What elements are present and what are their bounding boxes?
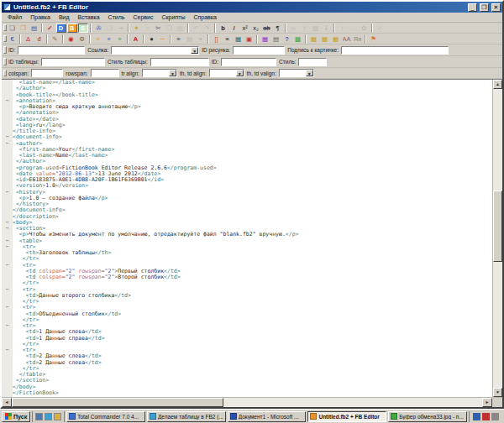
scroll-down-icon[interactable]: ▼ <box>493 388 502 397</box>
lines-icon[interactable]: ≡ <box>223 34 233 44</box>
fold-marker-icon[interactable]: − <box>2 244 13 250</box>
vertical-scrollbar[interactable]: ▲ ▼ <box>492 80 502 397</box>
thtd-valign-combo[interactable]: ▼ <box>279 69 314 77</box>
image-icon[interactable]: ▩ <box>293 34 303 44</box>
source-code-area[interactable]: <last-name></last-name> </author> <book-… <box>2 80 492 397</box>
rowspan-input[interactable] <box>91 69 119 77</box>
quick-launch-desktop-icon[interactable] <box>35 413 43 420</box>
fold-marker-icon[interactable]: − <box>2 226 13 232</box>
insert-link-icon[interactable]: ∞ <box>289 24 299 33</box>
pencil-icon[interactable]: ✎ <box>50 34 60 44</box>
source-line[interactable]: <p>Чтобы изменить документ по умолчанию,… <box>2 232 492 238</box>
source-line[interactable]: <version>1.0</version> <box>2 183 492 189</box>
table-id-input[interactable] <box>41 58 105 66</box>
horizontal-scroll-thumb[interactable] <box>12 398 223 407</box>
body-mode-button[interactable]: B <box>67 24 77 33</box>
task-button[interactable]: Документ1 - Microsoft ... <box>228 411 307 422</box>
search-icon[interactable]: ○ <box>143 24 153 33</box>
tag-blue-icon[interactable]: « <box>104 34 114 44</box>
bullet-icon[interactable]: ● <box>147 34 157 44</box>
source-mode-button[interactable]: S <box>78 24 88 33</box>
table-style-input[interactable] <box>150 58 209 66</box>
cite-icon[interactable]: [] <box>212 34 222 44</box>
target-icon[interactable]: ◉ <box>66 34 76 44</box>
spellcheck-icon[interactable]: ✓ <box>375 24 386 33</box>
menu-item-1[interactable]: Правка <box>26 14 55 20</box>
source-line[interactable]: <p>1.0 — создание файла</p> <box>2 196 492 201</box>
new-file-icon[interactable]: ❏ <box>8 24 18 33</box>
language-icon[interactable]: Яя <box>353 34 363 44</box>
source-line[interactable]: </FictionBook> <box>2 390 492 396</box>
chevron-down-icon[interactable]: ▼ <box>191 47 198 54</box>
source-line[interactable]: </tr> <box>2 317 492 323</box>
chevron-down-icon[interactable]: ▼ <box>236 70 244 76</box>
superscript-icon[interactable]: x² <box>240 24 250 33</box>
font-color-icon[interactable]: A <box>131 34 141 44</box>
list-icon[interactable]: ≡ <box>174 34 184 44</box>
source-line[interactable]: −<document-info> <box>2 134 492 140</box>
titlebar[interactable]: Untitled.fb2 + FB Editor _ ❐ ✕ <box>2 2 502 13</box>
insert-footnote-icon[interactable]: † <box>300 24 310 33</box>
menu-item-7[interactable]: Справка <box>189 14 220 20</box>
source-line[interactable]: <date></date> <box>2 117 492 123</box>
scroll-left-icon[interactable]: ◄ <box>2 398 12 407</box>
task-button[interactable]: Total Commander 7.0 4... <box>66 411 145 422</box>
fold-marker-icon[interactable]: − <box>2 323 13 329</box>
fold-marker-icon[interactable]: − <box>2 287 13 293</box>
source-line[interactable]: </body> <box>2 384 492 390</box>
menu-item-2[interactable]: Вид <box>55 14 74 20</box>
style-input[interactable] <box>298 58 327 66</box>
source-line[interactable]: </history> <box>2 201 492 207</box>
page-copy-icon[interactable]: ❏ <box>105 24 115 33</box>
source-line[interactable]: <td colspan="2" rowspan="2">Второй столб… <box>2 274 492 280</box>
validate-icon[interactable]: ✓ <box>45 24 55 33</box>
tr-align-combo[interactable]: ▼ <box>142 69 177 77</box>
euro-icon[interactable]: € <box>8 34 18 44</box>
subscript-icon[interactable]: x₂ <box>251 24 261 33</box>
source-line[interactable]: </table> <box>2 372 492 378</box>
keys-icon[interactable]: ✦ <box>132 24 142 33</box>
scroll-up-icon[interactable]: ▲ <box>493 80 502 89</box>
close-button[interactable]: ✕ <box>491 3 501 12</box>
copy-icon[interactable]: ❐ <box>165 24 175 33</box>
palette-icon[interactable]: ▦ <box>260 34 270 44</box>
source-line[interactable]: </section> <box>2 378 492 384</box>
menu-item-3[interactable]: Вставка <box>74 14 104 20</box>
cut-icon[interactable]: ✂ <box>154 24 164 33</box>
sort-icon[interactable]: ↕ <box>338 24 348 33</box>
colspan-input[interactable] <box>31 69 63 77</box>
source-line[interactable]: </annotation> <box>2 110 492 116</box>
task-button[interactable]: Буфер обмена33.jpg - п... <box>388 411 467 422</box>
vertical-scroll-thumb[interactable] <box>493 191 502 262</box>
fold-marker-icon[interactable]: − <box>2 263 13 269</box>
fold-marker-icon[interactable]: − <box>2 305 13 311</box>
save-icon[interactable]: ▤ <box>29 24 39 33</box>
open-folder-icon[interactable]: ❐ <box>18 24 29 33</box>
menu-item-0[interactable]: Файл <box>3 14 26 20</box>
bold-icon[interactable]: b <box>218 24 228 33</box>
squiggle-icon[interactable]: ∼ <box>158 34 168 44</box>
description-mode-button[interactable]: D <box>56 24 66 33</box>
menu-item-6[interactable]: Скрипты <box>157 14 189 20</box>
paste-icon[interactable]: ▤ <box>176 24 186 33</box>
href-combo[interactable]: ▼ <box>111 46 199 55</box>
wrench-icon[interactable]: ⚙ <box>77 34 87 44</box>
menu-item-4[interactable]: Стиль <box>104 14 129 20</box>
source-line[interactable]: </tr> <box>2 342 492 347</box>
chevron-down-icon[interactable]: ▼ <box>169 70 176 76</box>
task-button[interactable]: Делаем таблицу в FB2 (... <box>147 411 226 422</box>
task-button[interactable]: Untitled.fb2 + FB Editor <box>307 411 386 422</box>
split-cells-icon[interactable]: ▦ <box>331 34 341 44</box>
source-line[interactable]: </description> <box>2 214 492 220</box>
minimize-button[interactable]: _ <box>468 3 477 12</box>
image-id-input[interactable] <box>233 46 285 55</box>
source-line[interactable]: </tr> <box>2 366 492 372</box>
tag-green-icon[interactable]: » <box>115 34 125 44</box>
go-icon[interactable]: » <box>196 34 206 44</box>
help-icon[interactable]: ? <box>282 34 292 44</box>
chevron-down-icon[interactable]: ▼ <box>306 70 313 76</box>
fold-marker-icon[interactable]: − <box>2 98 13 104</box>
source-line[interactable]: <td>Объединенный столбик</td> <box>2 311 492 317</box>
export-icon[interactable]: ⇥ <box>116 24 126 33</box>
source-line[interactable]: <th>Заголовок таблицы</th> <box>2 250 492 256</box>
